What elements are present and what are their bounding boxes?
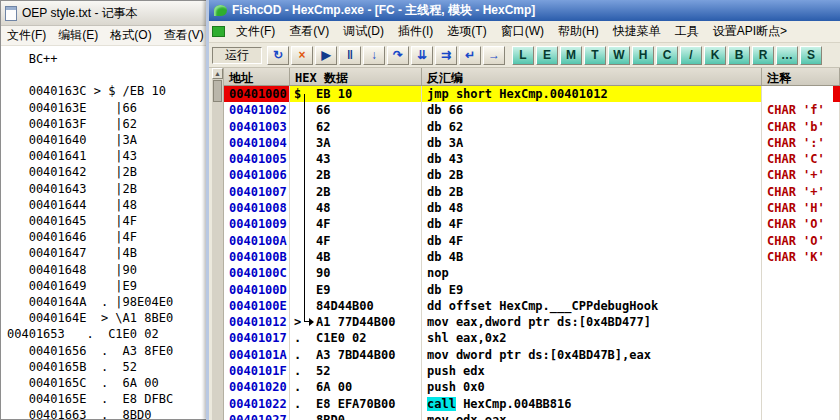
disasm-cell[interactable]: db E9	[422, 282, 762, 298]
disasm-row[interactable]: 00401000 $EB 10 jmp short HexCmp.0040101…	[224, 86, 840, 102]
hex-cell[interactable]: 3A	[290, 135, 422, 151]
toolbar-letter-button-S[interactable]: S	[800, 46, 822, 65]
comment-cell[interactable]	[762, 363, 840, 379]
notepad-menu-item[interactable]: 文件(F)	[1, 27, 52, 44]
disasm-row[interactable]: 00401007 2B db 2B CHAR '+'	[224, 184, 840, 200]
comment-cell[interactable]	[762, 86, 840, 102]
address-cell[interactable]: 00401020	[224, 379, 290, 395]
debugger-menu-item[interactable]: 工具	[668, 23, 706, 40]
toolbar-letter-button-W[interactable]: W	[608, 46, 630, 65]
hex-cell[interactable]: 62	[290, 119, 422, 135]
goto-icon[interactable]: →	[483, 46, 505, 65]
comment-cell[interactable]	[762, 314, 840, 330]
hex-cell[interactable]: 4B	[290, 249, 422, 265]
step-over-icon[interactable]: ↷	[387, 46, 409, 65]
hex-cell[interactable]: .6A 00	[290, 379, 422, 395]
hex-cell[interactable]: 43	[290, 151, 422, 167]
disasm-row[interactable]: 0040101F .52 push edx	[224, 363, 840, 379]
address-cell[interactable]: 0040100C	[224, 265, 290, 281]
comment-cell[interactable]: CHAR 'H'	[762, 200, 840, 216]
toolbar-letter-button-M[interactable]: M	[560, 46, 582, 65]
disasm-cell[interactable]: db 43	[422, 151, 762, 167]
disasm-row[interactable]: 0040100B 4B db 4B CHAR 'K'	[224, 249, 840, 265]
hex-cell[interactable]: 90	[290, 265, 422, 281]
disasm-row[interactable]: 00401027 .8BD0 mov edx,eax	[224, 412, 840, 420]
address-cell[interactable]: 00401003	[224, 119, 290, 135]
disasm-cell[interactable]: db 2B	[422, 184, 762, 200]
comment-cell[interactable]	[762, 330, 840, 346]
toolbar-letter-button-E[interactable]: E	[536, 46, 558, 65]
step-into-icon[interactable]: ↓	[363, 46, 385, 65]
address-cell[interactable]: 00401022	[224, 396, 290, 412]
debugger-menu-item[interactable]: 调试(D)	[336, 23, 391, 40]
disasm-cell[interactable]: jmp short HexCmp.00401012	[422, 86, 762, 102]
address-cell[interactable]: 00401012	[224, 314, 290, 330]
hex-cell[interactable]: .E8 EFA70B00	[290, 396, 422, 412]
toolbar-letter-button-C[interactable]: C	[656, 46, 678, 65]
hex-cell[interactable]: 66	[290, 102, 422, 118]
hex-cell[interactable]: 48	[290, 200, 422, 216]
disasm-cell[interactable]: shl eax,0x2	[422, 330, 762, 346]
disasm-cell[interactable]: db 48	[422, 200, 762, 216]
comment-cell[interactable]: CHAR 'C'	[762, 151, 840, 167]
disasm-row[interactable]: 00401008 48 db 48 CHAR 'H'	[224, 200, 840, 216]
comment-cell[interactable]: CHAR 'O'	[762, 233, 840, 249]
debugger-menu-item[interactable]: 选项(T)	[440, 23, 493, 40]
disasm-row[interactable]: 00401022 .E8 EFA70B00 call HexCmp.004BB8…	[224, 396, 840, 412]
debugger-titlebar[interactable]: FishcOD - HexCmp.exe - [FC - 主线程, 模块 - H…	[209, 0, 840, 21]
disasm-cell[interactable]: mov dword ptr ds:[0x4BD47B],eax	[422, 347, 762, 363]
disasm-row[interactable]: 0040100A 4F db 4F CHAR 'O'	[224, 233, 840, 249]
col-header-hex[interactable]: HEX 数据	[290, 68, 422, 85]
address-cell[interactable]: 00401007	[224, 184, 290, 200]
address-cell[interactable]: 0040100D	[224, 282, 290, 298]
toolbar-letter-button-L[interactable]: L	[512, 46, 534, 65]
hex-cell[interactable]: 4F	[290, 216, 422, 232]
hex-cell[interactable]: $EB 10	[290, 86, 422, 102]
vertical-scrollbar[interactable]: ▲	[212, 68, 224, 420]
restart-icon[interactable]: ↻	[267, 46, 289, 65]
disasm-row[interactable]: 0040100E 84D44B00 dd offset HexCmp.___CP…	[224, 298, 840, 314]
disasm-cell[interactable]: mov eax,dword ptr ds:[0x4BD477]	[422, 314, 762, 330]
run-icon[interactable]: ▶	[315, 46, 337, 65]
address-cell[interactable]: 00401009	[224, 216, 290, 232]
disasm-row[interactable]: 00401012 >A1 77D44B00 mov eax,dword ptr …	[224, 314, 840, 330]
disasm-row[interactable]: 00401005 43 db 43 CHAR 'C'	[224, 151, 840, 167]
hex-cell[interactable]: 2B	[290, 167, 422, 183]
address-cell[interactable]: 0040101A	[224, 347, 290, 363]
close-icon[interactable]: ×	[291, 46, 313, 65]
address-cell[interactable]: 0040100E	[224, 298, 290, 314]
address-cell[interactable]: 00401008	[224, 200, 290, 216]
disasm-cell[interactable]: call HexCmp.004BB816	[422, 396, 762, 412]
comment-cell[interactable]: CHAR '+'	[762, 184, 840, 200]
address-cell[interactable]: 00401017	[224, 330, 290, 346]
hex-cell[interactable]: .8BD0	[290, 412, 422, 420]
comment-cell[interactable]: CHAR 'O'	[762, 216, 840, 232]
disasm-cell[interactable]: db 4F	[422, 216, 762, 232]
hex-cell[interactable]: .C1E0 02	[290, 330, 422, 346]
hex-cell[interactable]: 2B	[290, 184, 422, 200]
address-cell[interactable]: 00401027	[224, 412, 290, 420]
address-cell[interactable]: 00401000	[224, 86, 290, 102]
disasm-row[interactable]: 00401017 .C1E0 02 shl eax,0x2	[224, 330, 840, 346]
disasm-cell[interactable]: db 4B	[422, 249, 762, 265]
address-cell[interactable]: 00401004	[224, 135, 290, 151]
address-cell[interactable]: 00401002	[224, 102, 290, 118]
disasm-row[interactable]: 00401004 3A db 3A CHAR ':'	[224, 135, 840, 151]
debugger-menu-item[interactable]: 文件(F)	[229, 23, 282, 40]
comment-cell[interactable]	[762, 282, 840, 298]
comment-cell[interactable]	[762, 379, 840, 395]
disasm-row[interactable]: 0040101A .A3 7BD44B00 mov dword ptr ds:[…	[224, 347, 840, 363]
disasm-row[interactable]: 0040100C 90 nop	[224, 265, 840, 281]
disasm-cell[interactable]: nop	[422, 265, 762, 281]
disasm-row[interactable]: 00401002 66 db 66 CHAR 'f'	[224, 102, 840, 118]
hex-cell[interactable]: E9	[290, 282, 422, 298]
animate-into-icon[interactable]: ⇊	[411, 46, 433, 65]
disasm-row[interactable]: 00401006 2B db 2B CHAR '+'	[224, 167, 840, 183]
hex-cell[interactable]: .A3 7BD44B00	[290, 347, 422, 363]
pause-icon[interactable]: ‖	[339, 46, 361, 65]
disasm-row[interactable]: 0040100D E9 db E9	[224, 282, 840, 298]
comment-cell[interactable]	[762, 265, 840, 281]
comment-cell[interactable]	[762, 298, 840, 314]
comment-cell[interactable]: CHAR 'b'	[762, 119, 840, 135]
col-header-disasm[interactable]: 反汇编	[422, 68, 762, 85]
